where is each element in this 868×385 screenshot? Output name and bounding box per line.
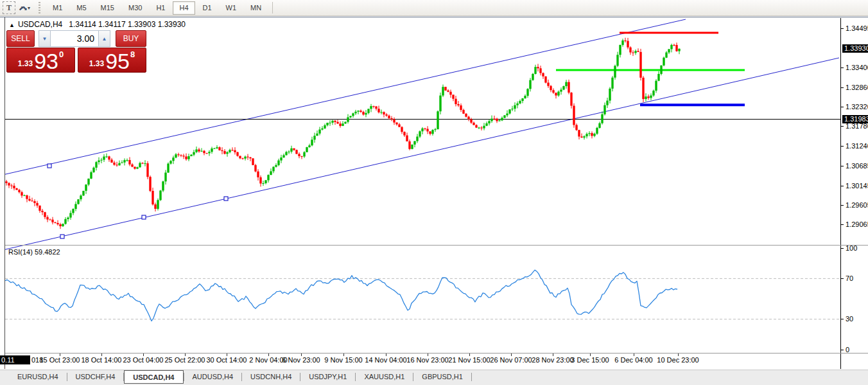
candle-body [452,94,454,98]
sell-price-panel[interactable]: 1.33 93 0 [6,48,75,73]
candle-body [375,107,377,109]
candle-body [639,52,641,78]
chart-tab-eurusd[interactable]: EURUSD,H4 [9,370,67,383]
volume-decrease-button[interactable]: ▼ [39,30,51,47]
candle-body [26,195,28,199]
text-tool-button[interactable]: T [3,1,15,14]
time-tick-label: 14 Nov 04:00 [365,356,406,364]
candle-body [624,40,626,41]
candle-body [467,117,469,120]
chart-tab-gbpusd[interactable]: GBPUSD,H1 [413,370,471,383]
candle-body [175,154,177,157]
chart-tab-audusd[interactable]: AUDUSD,H4 [184,370,242,383]
candle-body [31,201,33,201]
candle-body [670,45,672,49]
candle-body [211,148,213,152]
timeframe-button-d1[interactable]: D1 [196,1,218,15]
candle-body [149,177,151,191]
chart-ohlc: 1.34114 1.34117 1.33903 1.33930 [69,20,186,29]
buy-button[interactable]: BUY [116,30,146,47]
candle-body [650,96,652,98]
timeframe-button-h4[interactable]: H4 [173,1,195,15]
candle-body [336,122,338,124]
price-axis-tick [841,28,844,29]
time-axis-tick [469,354,470,356]
candle-body [460,105,462,110]
candle-body [254,165,256,172]
sell-button[interactable]: SELL [6,30,35,47]
candle-body [378,109,379,112]
pane-divider[interactable] [5,245,868,246]
candle-body [265,180,266,183]
timeframe-button-mn[interactable]: MN [244,1,268,15]
candle-body [652,91,654,95]
candle-body [449,92,451,95]
candle-body [490,119,492,121]
arrows-tool-button[interactable]: ⬈⬊ ▾ [18,1,31,14]
toolbar-grip[interactable] [37,2,42,13]
candle-body [473,123,474,125]
candle-body [59,224,61,226]
candle-body [303,152,305,157]
timeframe-button-m30[interactable]: M30 [122,1,148,15]
candle-body [614,66,616,77]
candle-body [216,147,218,148]
volume-input[interactable]: 3.00 [51,30,98,47]
candle-body [54,222,56,223]
candle-body [552,90,554,93]
candle-body [205,153,207,154]
candle-body [306,147,308,152]
timeframe-button-w1[interactable]: W1 [220,1,243,15]
timeframe-button-h1[interactable]: H1 [150,1,171,15]
candle-body [478,128,480,129]
candle-body [429,131,431,134]
chart-tab-usdjpy[interactable]: USDJPY,H1 [300,370,355,383]
candle-body [532,74,534,80]
timeframe-button-m15[interactable]: M15 [94,1,121,15]
candle-body [573,106,575,125]
time-axis-tick [386,354,386,356]
candle-body [74,204,76,209]
candle-body [611,78,613,89]
candle-body [598,123,600,128]
candle-body [110,159,112,163]
candle-body [408,141,410,149]
channel-handle [60,235,64,238]
candle-body [603,105,605,114]
candle-body [221,150,223,151]
volume-increase-button[interactable]: ▲ [98,30,110,47]
chart-tab-usdchf[interactable]: USDCHF,H4 [67,370,124,383]
candle-body [411,145,413,149]
timeframe-button-m5[interactable]: M5 [70,1,92,15]
candle-body [511,109,513,109]
chart-tab-usdcad[interactable]: USDCAD,H4 [124,370,183,384]
candle-body [488,121,490,123]
candle-body [100,160,102,161]
candle-body [51,220,53,222]
time-tick-label: 23 Oct 04:00 [123,356,164,364]
candle-body [465,114,467,117]
buy-price-sup: 8 [130,49,135,59]
candle-body [118,163,120,166]
one-click-trading-widget: SELL ▼ 3.00 ▲ BUY 1.33 93 0 1.33 95 8 [6,30,146,73]
candle-body [660,66,662,74]
candle-body [41,211,43,212]
candle-body [33,201,35,203]
collapse-arrow-icon[interactable]: ▲ [9,22,15,28]
price-tick-label: 1.32320 [846,103,868,111]
chart-tab-usdcnh[interactable]: USDCNH,H4 [242,370,300,383]
candle-body [437,111,438,129]
price-axis-tick [841,205,844,206]
candle-body [126,160,128,161]
candle-body [311,139,313,145]
candle-body [583,136,585,138]
timeframe-button-m1[interactable]: M1 [46,1,69,15]
buy-price-panel[interactable]: 1.33 95 8 [78,48,146,73]
candle-body [167,164,169,173]
candle-body [252,158,254,165]
candle-body [570,93,572,105]
candle-body [198,150,200,152]
candle-body [23,195,25,196]
chart-tab-xauusd[interactable]: XAUUSD,H1 [356,370,413,383]
candle-body [632,53,634,53]
